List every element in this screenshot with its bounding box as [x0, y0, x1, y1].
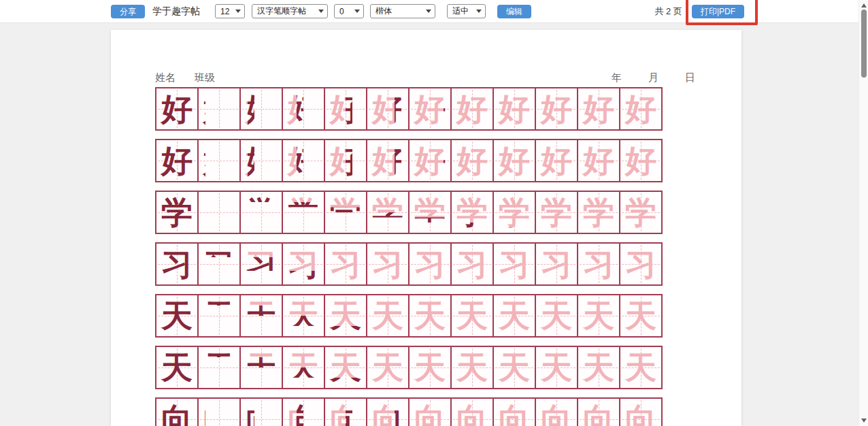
character-glyph: 学 [156, 192, 197, 233]
character-glyph: 习 [494, 244, 535, 284]
character-glyph: 天 [367, 347, 408, 388]
character-glyph: 学 [494, 192, 535, 233]
character-glyph: 天 [241, 347, 282, 388]
grid-cell: 好 [619, 139, 663, 182]
grid-cell: 天 [197, 346, 241, 389]
scroll-up-button[interactable] [861, 3, 867, 7]
grid-cell: 好 [535, 139, 578, 182]
grid-cell: 向 [450, 397, 494, 426]
grid-cell: 好好 [408, 87, 452, 131]
character-glyph: 学 [536, 192, 577, 233]
character-glyph: 好 [283, 140, 324, 181]
grid-cell: 天天 [239, 294, 283, 338]
character-glyph: 习 [199, 244, 239, 284]
character-glyph: 向 [494, 399, 535, 426]
character-glyph: 学 [410, 192, 450, 233]
font-size-value: 12 [220, 7, 229, 16]
sheet-type-select[interactable]: 汉字笔顺字帖 [252, 4, 328, 18]
character-glyph: 习 [156, 244, 197, 284]
font-size-select[interactable]: 12 [215, 4, 245, 18]
edit-button[interactable]: 编辑 [497, 5, 531, 18]
character-glyph: 天 [452, 347, 493, 388]
scrollbar[interactable] [858, 0, 868, 426]
character-glyph: 好 [199, 88, 239, 129]
grid-cell: 天天 [282, 346, 325, 389]
character-glyph: 习 [367, 244, 408, 284]
character-glyph: 好 [156, 88, 197, 129]
grid-cell: 学 [535, 191, 578, 234]
grid-cell: 好 [197, 87, 241, 131]
grid-cell: 向 [155, 397, 199, 426]
character-glyph: 向 [620, 399, 661, 426]
character-glyph: 天 [620, 295, 661, 336]
density-select[interactable]: 适中 [447, 4, 486, 18]
scroll-down-button[interactable] [861, 419, 867, 423]
grid-cell: 向向 [324, 397, 367, 426]
print-pdf-button[interactable]: 打印|PDF [692, 5, 744, 18]
grid-cell: 天 [366, 346, 410, 389]
character-row: 天天天天天天天天天天天天天天天 [155, 346, 741, 389]
character-glyph: 习 [325, 244, 366, 284]
character-glyph: 好 [536, 140, 577, 181]
character-glyph: 好 [283, 88, 324, 129]
character-row: 习习习习习习习习习习习习习习 [155, 242, 741, 286]
grid-cell: 习 [535, 242, 578, 286]
grid-cell: 学学 [282, 191, 325, 234]
scroll-thumb[interactable] [861, 10, 867, 78]
grid-cell: 好好 [324, 87, 367, 131]
grid-cell: 好 [155, 139, 199, 182]
character-glyph: 向 [156, 399, 197, 426]
grid-cell: 向向 [366, 397, 410, 426]
character-glyph: 学 [620, 192, 661, 233]
character-glyph: 好 [536, 88, 577, 129]
character-glyph: 习 [410, 244, 450, 284]
grid-cell: 好 [155, 87, 199, 131]
grid-cell: 好 [619, 87, 663, 131]
grid-cell: 天 [408, 346, 452, 389]
grid-cell: 好好 [366, 139, 410, 182]
font-family-select[interactable]: 楷体 [370, 4, 435, 18]
character-row: 学学学学学学学学学学学学学学学学学学学 [155, 191, 741, 234]
worksheet-page: 姓名 班级 年 月 日 好好好好好好好好好好好好好好好好好好好好好好好好好好好好… [111, 30, 741, 426]
character-row: 好好好好好好好好好好好好好好好好好 [155, 139, 741, 182]
grid-cell: 天 [155, 294, 199, 338]
grid-cell: 习 [408, 242, 452, 286]
grid-cell: 天 [535, 294, 578, 338]
month-label: 月 [648, 71, 658, 84]
grid-cell: 向 [493, 397, 536, 426]
grid-cell: 学学 [324, 191, 367, 234]
stroke-option-select[interactable]: 0 [334, 4, 364, 18]
character-glyph: 天 [620, 347, 661, 388]
character-glyph: 好 [620, 88, 661, 129]
grid-cell: 习 [155, 242, 199, 286]
character-glyph: 天 [156, 347, 197, 388]
grid-cell: 好好 [324, 139, 367, 182]
grid-cell: 学 [619, 191, 663, 234]
character-glyph: 天 [452, 295, 493, 336]
grid-cell: 好 [493, 87, 536, 131]
character-glyph: 天 [199, 295, 239, 336]
grid-cell: 天 [577, 294, 620, 338]
grid-cell: 好 [493, 139, 536, 182]
character-glyph: 天 [156, 295, 197, 336]
character-row: 向向向向向向向向向向向向向向向向向 [155, 397, 741, 426]
grid-cell: 好 [535, 87, 578, 131]
character-glyph: 好 [494, 88, 535, 129]
grid-cell: 天 [408, 294, 452, 338]
grid-cell: 习 [197, 242, 241, 286]
share-button[interactable]: 分享 [111, 5, 145, 18]
character-glyph: 天 [494, 295, 535, 336]
grid-cell: 习 [493, 242, 536, 286]
character-glyph: 向 [199, 399, 239, 426]
character-glyph: 向 [367, 399, 408, 426]
grid-cell: 天 [619, 346, 663, 389]
grid-cell: 好 [197, 139, 241, 182]
grid-cell: 好 [577, 87, 620, 131]
grid-cell: 向 [577, 397, 620, 426]
grid-cell: 习习 [282, 242, 325, 286]
chevron-down-icon [354, 10, 360, 13]
character-glyph: 天 [199, 347, 239, 388]
grid-cell: 好好 [239, 139, 283, 182]
grid-cell: 习 [324, 242, 367, 286]
sheet-header: 姓名 班级 年 月 日 [155, 68, 695, 84]
